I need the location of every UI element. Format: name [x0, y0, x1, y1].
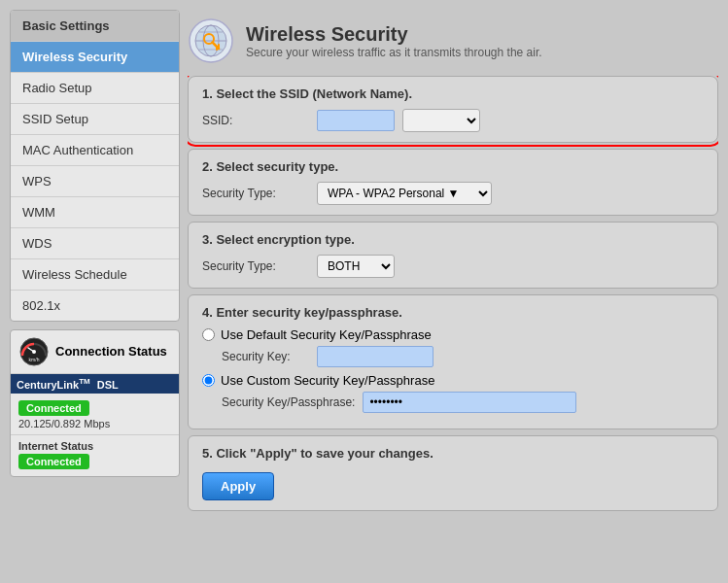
section-4-title: 4. Enter security key/passphrase. [202, 305, 704, 320]
ssid-value-display [317, 110, 395, 131]
sidebar-item-radio-setup[interactable]: Radio Setup [11, 73, 179, 104]
sidebar-item-basic-settings-header: Basic Settings [11, 11, 179, 42]
default-key-radio[interactable] [202, 328, 215, 341]
section-3-form-row: Security Type: BOTH AES TKIP [202, 255, 704, 278]
sidebar-item-wds[interactable]: WDS [11, 228, 179, 259]
security-key-row: Security Key: [222, 346, 704, 367]
radio-row-custom: Use Custom Security Key/Passphrase [202, 373, 704, 388]
wireless-security-icon [188, 17, 234, 64]
section-3-title: 3. Select encryption type. [202, 232, 704, 247]
connection-status-title: Connection Status [55, 344, 167, 360]
page-title-block: Wireless Security Secure your wireless t… [246, 23, 542, 59]
security-type-dropdown[interactable]: WPA - WPA2 Personal ▼ WPA Personal WPA2 … [317, 182, 492, 205]
connection-status-widget: km/h Connection Status CenturyLinkTM DSL… [10, 329, 180, 477]
ssid-dropdown[interactable] [402, 109, 480, 132]
security-key-display [317, 346, 433, 367]
cs-connection-row: Connected 20.125/0.892 Mbps [11, 394, 179, 435]
section-5-card: 5. Click "Apply" to save your changes. A… [188, 435, 718, 511]
passphrase-input[interactable] [363, 392, 576, 413]
passphrase-label: Security Key/Passphrase: [222, 395, 355, 409]
section-2-card: 2. Select security type. Security Type: … [188, 149, 718, 216]
cs-internet-label: Internet Status [18, 440, 171, 452]
section-2-form-row: Security Type: WPA - WPA2 Personal ▼ WPA… [202, 182, 704, 205]
custom-key-radio[interactable] [202, 374, 215, 387]
page-header: Wireless Security Secure your wireless t… [188, 10, 718, 76]
sidebar: Basic Settings Wireless Security Radio S… [10, 10, 180, 573]
section-1-form-row: SSID: [202, 109, 704, 132]
sidebar-item-wmm[interactable]: WMM [11, 197, 179, 228]
cs-internet-badge: Connected [18, 454, 89, 469]
security-type-label: Security Type: [202, 187, 309, 200]
encryption-type-label: Security Type: [202, 259, 309, 273]
encryption-dropdown[interactable]: BOTH AES TKIP [317, 255, 395, 278]
sidebar-item-mac-authentication[interactable]: MAC Authentication [11, 135, 179, 166]
passphrase-row: Security Key/Passphrase: [222, 392, 704, 413]
sidebar-item-802-1x[interactable]: 802.1x [11, 291, 179, 321]
ssid-label: SSID: [202, 114, 309, 127]
cs-provider: CenturyLinkTM DSL [11, 374, 179, 394]
speedometer-icon: km/h [18, 336, 50, 367]
cs-internet-row: Internet Status Connected [11, 435, 179, 476]
cs-header: km/h Connection Status [11, 330, 179, 374]
sidebar-nav: Basic Settings Wireless Security Radio S… [10, 10, 180, 322]
default-key-label: Use Default Security Key/Passphrase [221, 327, 432, 342]
custom-key-label: Use Custom Security Key/Passphrase [221, 373, 434, 388]
sidebar-item-ssid-setup[interactable]: SSID Setup [11, 104, 179, 135]
section-4-card: 4. Enter security key/passphrase. Use De… [188, 294, 718, 429]
radio-row-default: Use Default Security Key/Passphrase [202, 327, 704, 342]
content-area: 1. Select the SSID (Network Name). SSID:… [188, 76, 718, 573]
sidebar-item-wireless-security[interactable]: Wireless Security [11, 42, 179, 73]
main-content: Wireless Security Secure your wireless t… [188, 10, 718, 573]
section-2-title: 2. Select security type. [202, 159, 704, 174]
apply-button[interactable]: Apply [202, 472, 274, 500]
page-subtitle: Secure your wireless traffic as it trans… [246, 46, 542, 59]
svg-text:km/h: km/h [29, 357, 40, 362]
section-3-card: 3. Select encryption type. Security Type… [188, 222, 718, 289]
sidebar-item-wireless-schedule[interactable]: Wireless Schedule [11, 259, 179, 291]
section-1-card: 1. Select the SSID (Network Name). SSID: [188, 76, 718, 143]
svg-point-1 [32, 350, 36, 354]
security-key-label: Security Key: [222, 350, 309, 363]
sidebar-item-wps[interactable]: WPS [11, 166, 179, 197]
page-title: Wireless Security [246, 23, 542, 46]
cs-connected-badge: Connected [18, 400, 89, 416]
cs-speed: 20.125/0.892 Mbps [18, 418, 171, 429]
section-5-title: 5. Click "Apply" to save your changes. [202, 446, 704, 461]
cs-body: CenturyLinkTM DSL Connected 20.125/0.892… [11, 374, 179, 476]
section-1-title: 1. Select the SSID (Network Name). [202, 86, 704, 101]
